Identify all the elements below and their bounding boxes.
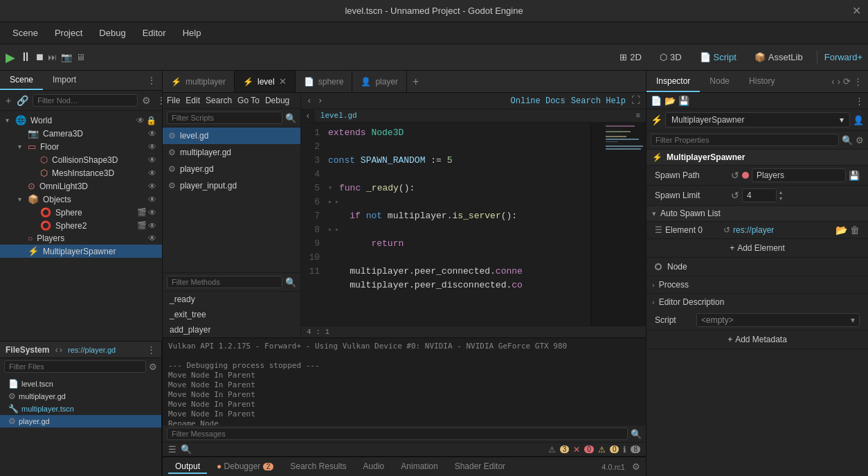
sphere-icon2[interactable]: 🎬 [137,208,147,218]
tab-shader-editor[interactable]: Shader Editor [448,460,512,474]
eye-icon[interactable]: 👁 [148,233,156,243]
eye-icon[interactable]: 👁 [148,129,156,139]
stop-button[interactable]: ■ [36,50,44,64]
node-type-icon[interactable]: 📄 [651,96,662,106]
console-search-icon[interactable]: 🔍 [631,429,642,439]
fs-sort-icon[interactable]: ⚙ [149,362,157,372]
user-icon[interactable]: 👤 [853,115,864,125]
list-icon[interactable]: ☰ [168,444,177,455]
remote-button[interactable]: 🖥 [76,52,85,62]
tab-history[interactable]: History [739,71,784,92]
script-item-multiplayer[interactable]: ⚙ multiplayer.gd [163,144,300,161]
methods-filter-input[interactable] [167,276,282,288]
script-value[interactable]: <empty> ▾ [696,313,860,327]
tab-node[interactable]: Node [700,71,739,92]
tab-import[interactable]: Import [43,71,86,90]
online-docs-link[interactable]: Online Docs [511,96,566,106]
tree-item-objects[interactable]: ▾ 📦 Objects 👁 [0,193,162,206]
add-metadata-button[interactable]: + Add Metadata [647,330,868,349]
method-add-player[interactable]: add_player [163,322,300,337]
edit-menu[interactable]: Edit [186,96,200,105]
link-node-button[interactable]: 🔗 [15,94,30,107]
camera-button[interactable]: 📷 [61,52,72,62]
auto-spawn-header[interactable]: ▾ Auto Spawn List [647,206,868,222]
tab-sphere[interactable]: 📄 sphere [296,71,353,92]
script-button[interactable]: 📄 Script [693,49,743,65]
methods-search-icon[interactable]: 🔍 [285,277,296,288]
script-item-player-input[interactable]: ⚙ player_input.gd [163,177,300,194]
tree-item-multiplayer-spawner[interactable]: ▾ ⚡ MultiplayerSpawner [0,245,162,258]
console-output[interactable]: Vulkan API 1.2.175 - Forward+ - Using Vu… [163,338,646,425]
script-item-player[interactable]: ⚙ player.gd [163,161,300,177]
script-search-icon[interactable]: 🔍 [285,113,296,123]
prev-nav-icon[interactable]: ‹ [307,96,312,106]
spawn-limit-reset[interactable]: ↺ [731,190,739,201]
method-exit-tree[interactable]: _exit_tree [163,307,300,322]
eye-icon[interactable]: 👁 [148,142,156,152]
tree-item-collision[interactable]: ▾ ⬡ CollisionShape3D 👁 [0,153,162,166]
menu-project[interactable]: Project [48,25,89,41]
add-node-button[interactable]: + [4,94,12,107]
breadcrumb-icon[interactable]: ≡ [635,112,640,120]
menu-debug[interactable]: Debug [92,25,132,41]
fs-item-multiplayer[interactable]: ⚙ multiplayer.gd [0,390,161,403]
script-item-level[interactable]: ⚙ level.gd [163,127,300,144]
eye-icon[interactable]: 👁 [136,116,145,125]
tree-item-mesh[interactable]: ▾ ⬡ MeshInstance3D 👁 [0,166,162,179]
tab-animation[interactable]: Animation [394,460,444,474]
3d-button[interactable]: ⬡ 3D [653,49,689,65]
spawn-path-input[interactable]: Players [752,168,846,182]
tab-output[interactable]: Output [168,460,207,474]
fs-filter-input[interactable] [4,360,146,373]
tree-item-omni[interactable]: ▾ ⊙ OmniLight3D 👁 [0,179,162,193]
tab-search-results[interactable]: Search Results [283,460,353,474]
tree-item-world[interactable]: ▾ 🌐 World 👁 🔒 [0,114,162,127]
menu-help[interactable]: Help [176,25,208,41]
eye-icon[interactable]: 👁 [148,155,156,165]
console-settings-icon[interactable]: ⚙ [632,461,640,472]
scene-sort-button[interactable]: ⚙ [141,94,152,107]
tab-inspector[interactable]: Inspector [647,71,700,92]
expand-icon[interactable]: ⛶ [631,96,640,106]
tree-item-floor[interactable]: ▾ ▭ Floor 👁 [0,140,162,153]
fs-item-player[interactable]: ⚙ player.gd [0,415,161,427]
spawn-path-reset[interactable]: ↺ [731,170,739,181]
code-lines[interactable]: 1 2 3 4 5 6 7 8 9 10 11 [301,123,646,326]
eye-icon[interactable]: 👁 [148,168,156,178]
menu-editor[interactable]: Editor [136,25,173,41]
folder-icon[interactable]: 📂 [664,96,676,106]
goto-menu[interactable]: Go To [237,96,260,105]
filter-settings-icon[interactable]: ⚙ [856,135,864,146]
play-button[interactable]: ▶ [6,50,15,65]
history-icon[interactable]: ⟳ [843,76,851,87]
sphere2-icon2[interactable]: 🎬 [137,221,147,231]
tree-item-players[interactable]: ▾ ○ Players 👁 [0,232,162,245]
method-ready[interactable]: _ready [163,292,300,307]
tree-item-sphere2[interactable]: ▾ ⭕ Sphere2 🎬 👁 [0,219,162,232]
more-options-icon[interactable]: ⋮ [855,96,864,106]
tab-close-icon[interactable]: ✕ [279,76,287,87]
pause-button[interactable]: ⏸ [19,50,32,64]
element-delete-icon[interactable]: 🗑 [850,224,860,236]
save-icon[interactable]: 💾 [678,96,689,106]
console-filter-input[interactable] [167,427,628,440]
spawn-limit-input[interactable] [742,188,777,202]
step-button[interactable]: ⏭ [48,52,57,62]
add-element-button[interactable]: + Add Element [647,239,868,258]
down-icon[interactable]: ▾ [779,196,782,202]
tree-item-camera3d[interactable]: ▾ 📷 Camera3D 👁 [0,127,162,140]
fs-more-icon[interactable]: ⋮ [147,344,156,355]
tab-player[interactable]: 👤 player [352,71,407,92]
search-help-link[interactable]: Search Help [571,96,626,106]
filter-search-icon[interactable]: 🔍 [842,135,853,146]
collapse-left-icon[interactable]: ‹ [301,109,315,123]
fs-item-level[interactable]: 📄 level.tscn [0,378,161,390]
debug-menu[interactable]: Debug [265,96,289,105]
close-button[interactable]: ✕ [852,4,861,17]
tab-level[interactable]: ⚡ level ✕ [235,71,296,92]
file-menu[interactable]: File [167,96,180,105]
fs-item-multiplayer-tscn[interactable]: 🔧 multiplayer.tscn [0,403,161,415]
script-filter-input[interactable] [167,112,282,124]
filter-icon[interactable]: 🔍 [181,444,192,455]
eye-icon[interactable]: 👁 [148,182,156,191]
